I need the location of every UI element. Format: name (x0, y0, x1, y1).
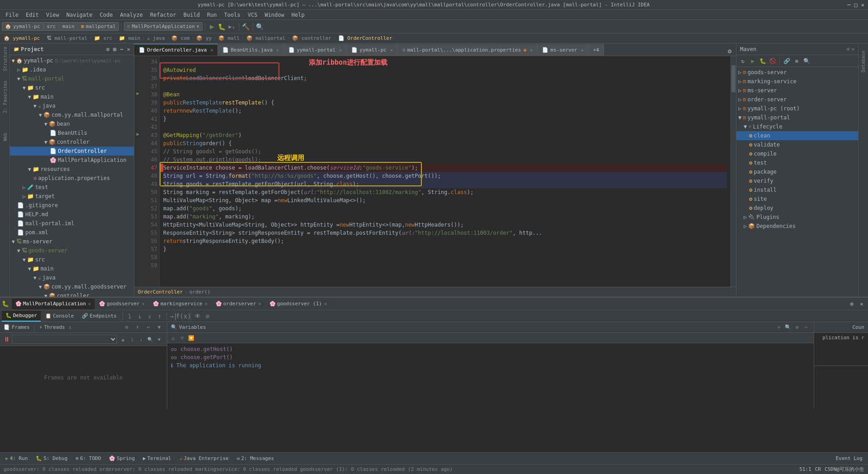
add-variable-button[interactable]: + (775, 323, 783, 332)
maven-item-validate[interactable]: ⚙ validate (736, 140, 858, 149)
vars-down-button[interactable]: ▽ (178, 334, 186, 342)
tree-item-mallportalapp[interactable]: 🌸 MallPortalApplication (10, 156, 134, 165)
menu-edit[interactable]: Edit (22, 11, 42, 19)
maven-item-package[interactable]: ⚙ package (736, 167, 858, 176)
debug-tab-orderserver[interactable]: 🌸 orderserver ✕ (212, 299, 265, 309)
run-coverage-button[interactable]: ▶ₐ (227, 22, 236, 31)
bc-project[interactable]: 🏠 yymall-pc (4, 35, 40, 41)
close-button[interactable]: ✕ (861, 2, 864, 8)
maven-show-deps-button[interactable]: 🔗 (782, 57, 791, 66)
maven-close-icon[interactable]: ✕ (851, 46, 854, 52)
force-step-into-button[interactable]: ⇓ (145, 312, 154, 321)
scrollbar-thumb[interactable] (731, 65, 736, 92)
tree-item-mallportaliml[interactable]: 📄 mall-portal.iml (10, 219, 134, 228)
maven-item-plugins[interactable]: ▷ 🔌 Plugins (736, 213, 858, 222)
run-gutter-icon[interactable]: ▶ (137, 90, 140, 99)
maven-item-compile[interactable]: ⚙ compile (736, 149, 858, 158)
step-over-small[interactable]: ⤵ (128, 335, 136, 343)
maven-item-marking-service[interactable]: ▷ m marking-service (736, 77, 858, 86)
structure-icon[interactable]: Structure (1, 45, 9, 72)
debug-tab-goodsserver[interactable]: 🌸 goodsserver ✕ (95, 299, 148, 309)
tab-yymall-pc[interactable]: 📄 yymall-pc ✕ (347, 44, 398, 56)
tree-item-gs-package[interactable]: ▼ 📦 com.yy.mall.goodsserver (10, 282, 134, 291)
maven-item-test[interactable]: ⚙ test (736, 158, 858, 167)
project-collapse-icon[interactable]: − (120, 46, 123, 52)
tab-close-icon[interactable]: ✕ (276, 47, 279, 52)
event-log-btn[interactable]: Event Log (832, 455, 866, 462)
debug-tab-close[interactable]: ✕ (88, 301, 91, 306)
pause-icon[interactable]: ⏸ (4, 336, 10, 343)
vars-collapse-button[interactable]: − (802, 323, 810, 332)
tab-close-icon[interactable]: ✕ (339, 47, 342, 52)
tab-close-icon[interactable]: ✕ (210, 47, 213, 52)
menu-tools[interactable]: Tools (221, 11, 244, 19)
maven-debug-button[interactable]: 🐛 (758, 57, 767, 66)
bc-yy[interactable]: 📦 yy (196, 35, 212, 41)
tab-ordercontroller[interactable]: 📄 OrderController.java ✕ (134, 44, 218, 56)
bc-com[interactable]: 📦 com (171, 35, 190, 41)
maven-item-ms-server[interactable]: ▷ m ms-server (736, 86, 858, 95)
maven-item-verify[interactable]: ⚙ verify (736, 176, 858, 185)
tree-item-bean[interactable]: ▼ 📦 bean (10, 119, 134, 128)
bc-controller[interactable]: 📦 controller (292, 35, 331, 41)
vars-filter-btn[interactable]: 🔽 (187, 334, 195, 342)
breadcrumb-method[interactable]: order() (189, 289, 210, 295)
console-tab-btn[interactable]: 📋 Console (42, 311, 77, 322)
spring-tool-btn[interactable]: 🌸 Spring (105, 455, 138, 462)
bc-ordercontroller[interactable]: 📄 OrderController (338, 35, 392, 41)
frames-copy-button[interactable]: ⬆ (133, 323, 142, 332)
resume-button[interactable]: ▲ (119, 335, 127, 343)
maven-skip-test-button[interactable]: 🚫 (768, 57, 777, 66)
tree-item-mall-portal[interactable]: ▼ 🏗 mall-portal (10, 74, 134, 83)
frames-restore-button[interactable]: ↩ (144, 323, 152, 332)
run-button[interactable]: ▶ (208, 22, 217, 31)
tab-more[interactable]: +4 (589, 44, 604, 56)
tree-item-src[interactable]: ▼ 📁 src (10, 83, 134, 92)
tree-item-test[interactable]: ▷ 🧪 test (10, 183, 134, 192)
maven-run-button[interactable]: ▶ (748, 57, 757, 66)
project-settings-icon[interactable]: ⚙ (106, 46, 109, 52)
maven-item-dependencies[interactable]: ▷ 📦 Dependencies (736, 222, 858, 231)
todo-tool-btn[interactable]: ≡ 6: TODO (72, 455, 104, 462)
maven-item-clean[interactable]: ⚙ clean (736, 131, 858, 140)
editor-vscrollbar[interactable] (731, 56, 736, 287)
debug-tab-close[interactable]: ✕ (142, 301, 145, 306)
terminal-tool-btn[interactable]: ▶ Terminal (139, 455, 175, 462)
minimize-button[interactable]: ─ (847, 2, 850, 8)
menu-build[interactable]: Build (180, 11, 203, 19)
menu-navigate[interactable]: Navigate (63, 11, 96, 19)
run-tool-btn[interactable]: ▶ 4: Run (2, 455, 31, 462)
maven-collapse-button[interactable]: ≡ (792, 57, 801, 66)
tree-item-package-com[interactable]: ▼ 📦 com.yy.mall.mallportal (10, 110, 134, 119)
bc-java[interactable]: ☕ java (147, 35, 165, 41)
step-into-button[interactable]: ↓ (135, 312, 144, 321)
build-button[interactable]: 🔨 (241, 22, 250, 31)
tree-item-yymall-pc[interactable]: ▼ 🏠 yymall-pc D:\work\test\yymall-pc (10, 56, 134, 65)
java-enterprise-tool-btn[interactable]: ☕ Java Enterprise (176, 455, 232, 462)
debug-tab-close[interactable]: ✕ (324, 301, 327, 306)
menu-vcs[interactable]: VCS (244, 11, 261, 19)
maven-item-deploy[interactable]: ⚙ deploy (736, 204, 858, 213)
tab-ms-server[interactable]: 📄 ms-server ✕ (538, 44, 589, 56)
maven-item-install[interactable]: ⚙ install (736, 185, 858, 194)
tree-item-idea[interactable]: ▷ 📁 .idea (10, 65, 134, 74)
menu-run[interactable]: Run (203, 11, 221, 19)
debug-tab-close[interactable]: ✕ (205, 301, 208, 306)
step-into-small[interactable]: ↓ (137, 335, 145, 343)
tree-item-goods-server[interactable]: ▼ 🏗 goods-server (10, 246, 134, 255)
web-icon[interactable]: Web (1, 130, 9, 144)
tree-item-pomxml[interactable]: 📄 pom.xml (10, 228, 134, 237)
project-close-icon[interactable]: ✕ (127, 46, 130, 52)
menu-refactor[interactable]: Refactor (146, 11, 180, 19)
bc-module[interactable]: 🏗 mall-portal (47, 35, 87, 41)
maven-item-order-server[interactable]: ▷ m order-server (736, 95, 858, 104)
step-over-button[interactable]: ⤵ (125, 312, 134, 321)
tab-close-icon[interactable]: ✕ (581, 47, 584, 52)
maven-filter-button[interactable]: 🔍 (802, 57, 811, 66)
tree-item-helpmd[interactable]: 📄 HELP.md (10, 210, 134, 219)
project-layout-icon[interactable]: ⊞ (113, 46, 116, 52)
tree-item-target[interactable]: ▷ 📁 target (10, 192, 134, 201)
maven-item-yymall-pc[interactable]: ▷ m yymall-pc (root) (736, 104, 858, 113)
debug-button[interactable]: 🐛 (217, 22, 226, 31)
tree-item-gs-controller[interactable]: ▼ 📦 controller (10, 291, 134, 297)
